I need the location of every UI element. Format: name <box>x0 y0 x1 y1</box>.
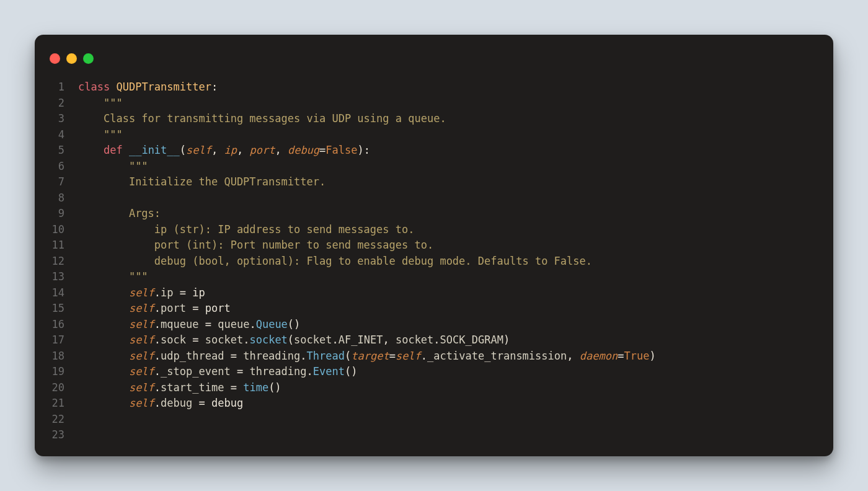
line-number: 15 <box>46 301 64 317</box>
code-line: ip (str): IP address to send messages to… <box>78 222 827 238</box>
line-number: 2 <box>46 95 64 112</box>
line-number: 10 <box>46 222 64 238</box>
line-number: 21 <box>46 396 64 412</box>
window-titlebar <box>35 35 833 74</box>
code-line: self.udp_thread = threading.Thread(targe… <box>78 348 827 365</box>
code-line <box>78 427 827 443</box>
line-number: 9 <box>46 206 64 222</box>
code-line: self.start_time = time() <box>78 380 827 396</box>
line-number: 23 <box>46 427 64 443</box>
zoom-icon[interactable] <box>83 53 94 64</box>
line-number: 19 <box>46 364 64 380</box>
code-line: self.port = port <box>78 301 827 317</box>
minimize-icon[interactable] <box>66 53 77 64</box>
code-line: debug (bool, optional): Flag to enable d… <box>78 254 827 270</box>
line-number: 6 <box>46 159 64 175</box>
line-number: 14 <box>46 285 64 301</box>
code-line <box>78 412 827 428</box>
line-number: 16 <box>46 317 64 333</box>
line-number: 7 <box>46 174 64 190</box>
close-icon[interactable] <box>50 53 60 64</box>
line-number: 8 <box>46 190 64 206</box>
line-number: 18 <box>46 348 64 365</box>
code-line <box>78 190 827 206</box>
code-content[interactable]: class QUDPTransmitter: """ Class for tra… <box>78 79 827 443</box>
line-number: 3 <box>46 111 64 127</box>
code-line: """ <box>78 127 827 143</box>
code-line: Class for transmitting messages via UDP … <box>78 111 827 127</box>
code-line: self.ip = ip <box>78 285 827 301</box>
code-window: 1234567891011121314151617181920212223 cl… <box>35 35 833 456</box>
code-line: """ <box>78 159 827 175</box>
line-number: 11 <box>46 237 64 254</box>
line-number: 22 <box>46 412 64 428</box>
code-line: self.debug = debug <box>78 396 827 412</box>
line-number: 12 <box>46 254 64 270</box>
code-line: Args: <box>78 206 827 222</box>
code-line: class QUDPTransmitter: <box>78 79 827 95</box>
code-line: self.mqueue = queue.Queue() <box>78 317 827 333</box>
code-line: """ <box>78 95 827 112</box>
line-number: 13 <box>46 269 64 285</box>
code-line: port (int): Port number to send messages… <box>78 237 827 254</box>
code-line: """ <box>78 269 827 285</box>
line-number: 17 <box>46 332 64 348</box>
line-number: 5 <box>46 143 64 159</box>
line-number-gutter: 1234567891011121314151617181920212223 <box>46 79 78 443</box>
code-line: Initialize the QUDPTransmitter. <box>78 174 827 190</box>
code-line: def __init__(self, ip, port, debug=False… <box>78 143 827 159</box>
code-line: self._stop_event = threading.Event() <box>78 364 827 380</box>
code-editor: 1234567891011121314151617181920212223 cl… <box>35 74 833 454</box>
line-number: 1 <box>46 79 64 95</box>
line-number: 4 <box>46 127 64 143</box>
line-number: 20 <box>46 380 64 396</box>
code-line: self.sock = socket.socket(socket.AF_INET… <box>78 332 827 348</box>
